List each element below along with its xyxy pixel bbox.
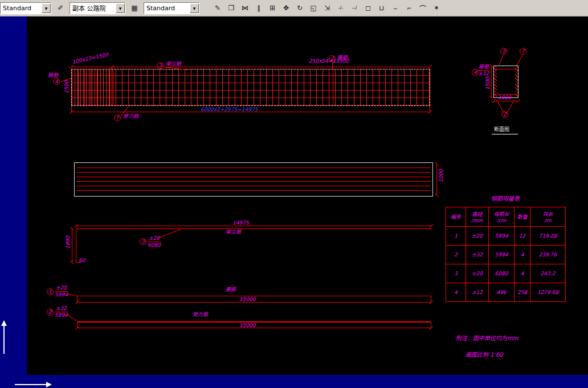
array-button[interactable]: ⊞ — [266, 1, 279, 15]
beam-elevation-view — [71, 69, 430, 106]
explode-button[interactable]: ✶ — [430, 1, 443, 15]
cell-diameter: ±20 — [466, 264, 489, 283]
dim-text-erection-length: 14975 — [232, 220, 249, 226]
chevron-down-icon[interactable]: ▼ — [42, 3, 51, 13]
rotate-button[interactable]: ↻ — [293, 1, 307, 15]
header-total-length: 共长/m — [530, 207, 566, 227]
style-manager-button[interactable]: ✐ — [54, 1, 67, 15]
match-properties-button[interactable]: ✎ — [211, 1, 224, 15]
array-icon: ⊞ — [270, 4, 275, 12]
dimension-line — [77, 302, 431, 303]
dim-style-combo[interactable]: Standard ▼ — [144, 2, 199, 14]
dimension-line — [71, 67, 430, 67]
modify-toolbar-group: ✎ ❐ ⋈ ∥ ⊞ ✥ ↻ ◱ ⇲ -/- --/ ◻ ⊔ ⌣ ⌐ ⌒ ✶ — [211, 1, 443, 15]
cell-total-length: 243.2 — [530, 264, 566, 283]
scale-note: 画图比例 1:60 — [466, 352, 503, 358]
header-quantity: 数量 — [514, 207, 530, 227]
header-diameter: 直径/mm — [466, 207, 489, 227]
erection-bar-label: 架立筋 — [226, 230, 241, 235]
rebar-quantity-table: 编号 直径/mm 每根长/cm 数量 共长/m 1 ±20 5994 12 71… — [446, 207, 566, 302]
pencil-icon: ✐ — [58, 4, 63, 12]
move-icon: ✥ — [283, 4, 289, 12]
extend-button[interactable]: --/ — [348, 1, 361, 15]
waist-bar-label: 腰筋 — [337, 55, 348, 60]
main-bar-label: 受力筋 — [193, 312, 208, 317]
stirrup-diameter: ±12 — [479, 71, 489, 77]
header-unit-length: 每根长/cm — [489, 207, 514, 227]
header-number: 编号 — [446, 207, 466, 227]
chamfer-icon: ⌐ — [407, 4, 411, 12]
match-properties-icon: ✎ — [215, 4, 220, 12]
text-style-value: Standard — [3, 5, 31, 12]
copy-button[interactable]: ❐ — [224, 1, 238, 15]
chevron-down-icon[interactable]: ▼ — [116, 3, 125, 13]
cell-unit-length: 496 — [489, 283, 514, 302]
leader-line — [332, 62, 333, 69]
caption-underline — [492, 134, 518, 134]
stretch-button[interactable]: ⇲ — [320, 1, 334, 15]
cell-diameter: ±20 — [466, 227, 489, 246]
cell-diameter: ±32 — [466, 246, 489, 264]
table-row: 4 ±12 496 258 1279.68 — [446, 283, 566, 302]
layer-combo[interactable]: 副本 公路院 ▼ — [70, 2, 125, 14]
cell-diameter: ±12 — [466, 283, 489, 302]
bar-unit-length: 5994 — [55, 312, 68, 318]
trim-button[interactable]: -/- — [334, 1, 348, 15]
callout-bubble-2: 2 — [47, 309, 54, 316]
dimension-line — [72, 228, 72, 263]
rebar-lines — [76, 168, 431, 193]
offset-button[interactable]: ∥ — [252, 1, 266, 15]
callout-bubble-3: 3 — [140, 238, 146, 245]
beam-plan-view — [74, 162, 433, 197]
erection-bar-label: 架立筋 — [166, 62, 181, 67]
mirror-button[interactable]: ⋈ — [238, 1, 252, 15]
bar-diameter: ±20 — [148, 235, 161, 242]
layer-manager-button[interactable]: ▦ — [128, 1, 141, 15]
ucs-x-axis-icon — [15, 384, 48, 385]
erection-bar-shape — [76, 228, 432, 229]
offset-icon: ∥ — [257, 4, 260, 12]
bar-diameter: ±32 — [55, 305, 68, 312]
scale-button[interactable]: ◱ — [307, 1, 320, 15]
table-row: 2 ±32 5994 4 239.76 — [446, 246, 566, 264]
cell-quantity: 4 — [514, 246, 530, 264]
text-style-combo[interactable]: Standard ▼ — [0, 2, 51, 14]
extend-icon: --/ — [352, 5, 357, 11]
cell-number: 1 — [446, 227, 466, 246]
break-at-point-button[interactable]: ◻ — [361, 1, 375, 15]
main-bar-label: 受力筋 — [123, 114, 138, 119]
cell-quantity: 258 — [514, 283, 530, 302]
stretch-icon: ⇲ — [324, 4, 330, 12]
break-button[interactable]: ⊔ — [375, 1, 389, 15]
callout-bubble-2: 2 — [329, 55, 336, 62]
scale-icon: ◱ — [310, 4, 316, 12]
chevron-down-icon[interactable]: ▼ — [190, 3, 199, 13]
chamfer-button[interactable]: ⌐ — [402, 1, 416, 15]
erection-bar-bend — [76, 228, 76, 263]
dimension-line — [491, 66, 492, 98]
join-button[interactable]: ⌣ — [389, 1, 402, 15]
fillet-button[interactable]: ⌒ — [416, 1, 430, 15]
cell-quantity: 12 — [514, 227, 530, 246]
rotate-icon: ↻ — [297, 4, 303, 12]
waist-bar-spec: ±20 5994 — [55, 285, 68, 298]
rebar-line — [333, 70, 333, 105]
drawing-canvas[interactable]: 100x15=1500 250x54=13500 6000x2+2975=149… — [0, 17, 588, 388]
hatch-strip — [494, 66, 497, 97]
dim-style-value: Standard — [146, 5, 175, 12]
cell-unit-length: 5994 — [489, 227, 514, 246]
break-at-point-icon: ◻ — [365, 4, 371, 12]
dim-text-section-height: 1500 — [485, 77, 491, 90]
callout-bubble-7: 7 — [520, 48, 526, 55]
trim-icon: -/- — [338, 5, 344, 11]
dim-text-plan-width: 1000 — [439, 169, 444, 182]
table-row: 3 ±20 6080 4 243.2 — [446, 264, 566, 283]
rebar-line — [495, 69, 517, 70]
move-button[interactable]: ✥ — [279, 1, 293, 15]
fillet-icon: ⌒ — [419, 3, 426, 13]
cad-application-window: Standard ▼ ✐ 副本 公路院 ▼ ▦ Standard ▼ ✎ ❐ ⋈… — [0, 0, 588, 388]
main-toolbar: Standard ▼ ✐ 副本 公路院 ▼ ▦ Standard ▼ ✎ ❐ ⋈… — [0, 0, 588, 17]
mirror-icon: ⋈ — [242, 4, 248, 12]
cell-number: 2 — [446, 246, 466, 264]
stirrup-spec: 箍筋 ±12 — [477, 64, 490, 77]
